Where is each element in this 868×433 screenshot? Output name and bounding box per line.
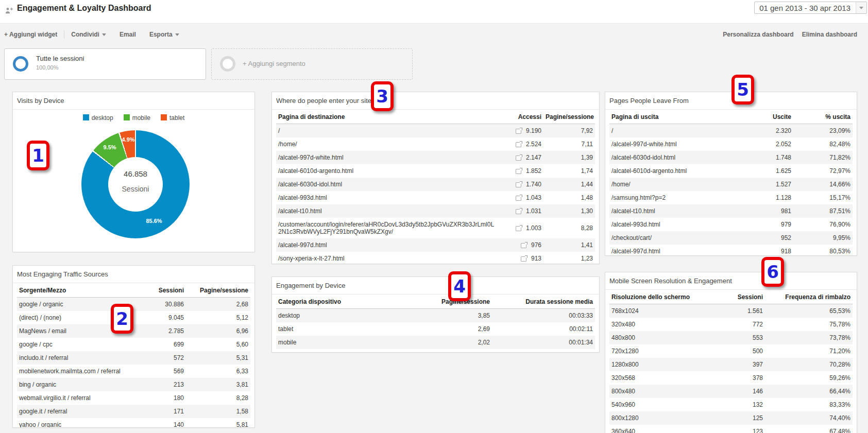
exit-pages-table: Pagina di uscitaUscite% uscita/2.32023,0…	[609, 110, 853, 256]
cell-value: 1.003	[497, 218, 543, 238]
table-row: google.it / referral1711,58	[17, 405, 250, 418]
column-header: Categoria dispositivo	[276, 295, 389, 309]
cell-value: 82,48%	[793, 137, 853, 151]
delete-dashboard-button[interactable]: Elimina dashboard	[802, 31, 857, 38]
cell-value: 6,33	[186, 365, 250, 378]
cell-value: 553	[703, 331, 765, 344]
cell-value: 75,78%	[765, 318, 853, 331]
table-row: /alcatel-993d.html97976,90%	[609, 218, 853, 231]
cell-label: /alcatel-6010d-argento.html	[609, 164, 742, 178]
cell-value: 2.320	[742, 124, 793, 138]
column-header: % uscita	[793, 110, 853, 124]
donut-chart: 85.6% 9.5% 4.9% 46.858 Sessioni	[81, 130, 190, 238]
cell-value: 65,53%	[765, 304, 853, 318]
table-row: /alcatel-997d.html9761,41	[276, 238, 595, 252]
widget-entrances: Where do people enter your site? Pagina …	[271, 92, 600, 264]
cell-label: desktop	[276, 309, 389, 323]
goto-page-icon[interactable]	[521, 256, 526, 262]
table-row: 800x48014666,44%	[609, 385, 853, 398]
table-row: 768x10241.56165,53%	[609, 304, 853, 318]
cell-value: 918	[742, 245, 793, 256]
cell-value: 1.748	[742, 151, 793, 164]
table-row: 360x64012367,48%	[609, 425, 853, 433]
add-user-icon	[5, 7, 13, 14]
cell-value: 80,53%	[793, 245, 853, 256]
cell-value: 132	[703, 398, 765, 411]
table-row: 320x48077275,78%	[609, 318, 853, 331]
goto-page-icon[interactable]	[516, 209, 521, 214]
cell-value: 2.147	[497, 151, 543, 164]
email-button[interactable]: Email	[120, 31, 136, 38]
export-button[interactable]: Esporta	[149, 31, 179, 38]
cell-value: 2.524	[497, 137, 543, 151]
widget-title: Pages People Leave From	[605, 92, 857, 110]
widget-title: Most Engaging Traffic Sources	[13, 266, 254, 283]
column-header: Uscite	[742, 110, 793, 124]
widget-engagement-by-device: Engagement by Device Categoria dispositi…	[271, 276, 600, 353]
column-header: Durata sessione media	[492, 295, 595, 309]
cell-value: 2,68	[186, 298, 250, 311]
annotation-badge-5: 5	[731, 75, 754, 105]
cell-value: 1,41	[543, 238, 595, 252]
cell-label: /alcatel-993d.html	[276, 191, 497, 204]
goto-page-icon[interactable]	[516, 169, 521, 174]
toolbar-separator	[64, 30, 64, 39]
total-sessions-label: Sessioni	[81, 185, 190, 193]
cell-value: 1,48	[543, 191, 595, 204]
cell-value: 125	[703, 411, 765, 425]
cell-value: 146	[703, 385, 765, 398]
customize-dashboard-button[interactable]: Personalizza dashboard	[723, 31, 793, 38]
entrances-table: Pagina di destinazioneAccessiPagine/sess…	[276, 110, 595, 264]
add-segment-button[interactable]: + Aggiungi segmento	[211, 48, 413, 80]
goto-page-icon[interactable]	[516, 142, 521, 147]
cell-value: 140	[137, 418, 186, 428]
toolbar-right-group: Personalizza dashboard Elimina dashboard	[723, 24, 857, 45]
goto-page-icon[interactable]	[516, 182, 521, 187]
cell-label: /alcatel-993d.html	[609, 218, 742, 231]
mobile-resolution-table: Risoluzione dello schermoSessioniFrequen…	[609, 290, 853, 433]
column-header: Pagina di destinazione	[276, 110, 497, 124]
cell-value: 1.740	[497, 178, 543, 191]
table-row: 540x96013283,33%	[609, 398, 853, 411]
segment-ring-icon	[220, 56, 235, 72]
column-header: Sessioni	[703, 290, 765, 304]
cell-value: 7,92	[543, 124, 595, 138]
cell-label: /sony-xperia-x-lt-27.html	[276, 252, 497, 264]
table-row: /alcatel-t10.html1.0311,30	[276, 204, 595, 218]
cell-label: mobile	[276, 336, 389, 349]
cell-value: 180	[137, 391, 186, 405]
cell-value: 14,66%	[793, 178, 853, 191]
date-range-picker[interactable]: 01 gen 2013 - 30 apr 2013	[754, 2, 867, 14]
cell-value: 3,81	[186, 378, 250, 391]
cell-value: 952	[742, 231, 793, 245]
cell-value: 00:01:34	[492, 336, 595, 349]
goto-page-icon[interactable]	[516, 129, 521, 134]
table-row: includo.it / referral5725,31	[17, 351, 250, 365]
segment-all-sessions[interactable]: Tutte le sessioni 100,00%	[4, 48, 206, 80]
chevron-down-icon[interactable]	[856, 2, 866, 13]
cell-value: 213	[137, 378, 186, 391]
share-button[interactable]: Condividi	[71, 31, 106, 38]
cell-label: 768x1024	[609, 304, 703, 318]
table-row: google / organic30.8862,68	[17, 298, 250, 311]
goto-page-icon[interactable]	[521, 243, 526, 248]
chart-legend: desktop mobile tablet	[13, 114, 254, 122]
cell-value: 5,60	[186, 338, 250, 351]
cell-label: /alcatel-6010d-argento.html	[276, 164, 497, 178]
cell-value: 397	[703, 358, 765, 371]
table-row: /checkout/cart/9529,95%	[609, 231, 853, 245]
goto-page-icon[interactable]	[516, 226, 521, 231]
cell-value: 1,58	[186, 405, 250, 418]
cell-value: 2.052	[742, 137, 793, 151]
cell-value: 5,81	[186, 418, 250, 428]
goto-page-icon[interactable]	[516, 196, 521, 201]
cell-value: 67,48%	[765, 425, 853, 433]
goto-page-icon[interactable]	[516, 155, 521, 161]
widget-title: Engagement by Device	[272, 277, 599, 295]
table-row: mobile2,0200:01:34	[276, 336, 595, 349]
cell-label: 720x1280	[609, 344, 703, 358]
table-row: /sony-xperia-x-lt-27.html9131,23	[276, 252, 595, 264]
cell-value: 1.561	[703, 304, 765, 318]
cell-label: /home/	[276, 137, 497, 151]
add-widget-button[interactable]: + Aggiungi widget	[4, 31, 57, 38]
